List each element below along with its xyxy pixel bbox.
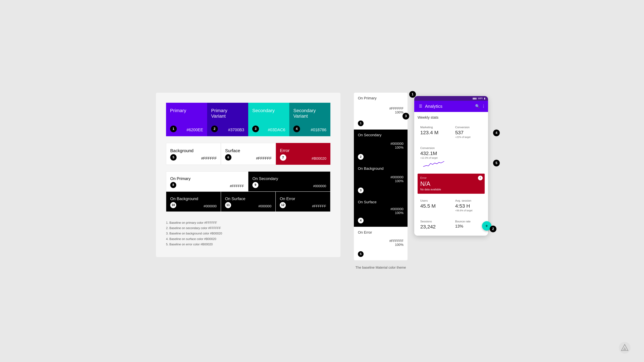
background-hex: #FFFFFF (201, 156, 217, 161)
color-ref-on-error-pct: 100% (390, 243, 404, 247)
sessions-stat: Sessions 23,242 (418, 217, 450, 232)
left-panel: Primary 1 #6200EE Primary Variant 2 #370… (156, 93, 340, 257)
swatch-number-2: 2 (211, 125, 218, 132)
on-color-row2: On Background 10 #000000 On Surface 11 #… (166, 192, 330, 212)
marketing-label: Marketing (420, 126, 447, 129)
wifi-icon: WiFi (478, 97, 483, 100)
color-ref-on-surface-hex: #000000 (390, 207, 404, 211)
menu-icon[interactable]: ☰ (419, 104, 422, 108)
on-background-hex: #000000 (204, 204, 217, 208)
annotation-3-wrapper: 3 (402, 113, 409, 119)
on-primary-swatch: On Primary 8 #FFFFFF (166, 171, 248, 192)
secondary-variant-label2: Variant (293, 113, 326, 119)
error-stat-label: Error (420, 176, 482, 180)
bouncerate-stat: Bounce rate 13% (452, 217, 485, 232)
secondary-swatch: Secondary 3 #03DAC6 (248, 103, 289, 136)
error-label: Error (280, 148, 326, 153)
surface-label: Surface (225, 148, 272, 153)
logo (619, 342, 630, 354)
swatch-number-12: 12 (280, 202, 286, 208)
primary-variant-label2: Variant (211, 113, 244, 119)
swatch-number-7: 7 (280, 154, 286, 161)
color-ref-on-surface-label: On Surface (358, 200, 376, 204)
swatch-number-1: 1 (170, 125, 177, 132)
annotation-1: 1 (409, 91, 416, 98)
annotation-4-wrapper: 4 (493, 130, 500, 136)
avgsession-value: 4:53 H (455, 203, 482, 209)
conversion2-label: Conversion (420, 146, 447, 150)
error-stat-value: N/A (420, 180, 482, 187)
swatch-number-10: 10 (170, 202, 176, 208)
avgsession-stat: Avg. session 4:53 H +56.6% of target (452, 196, 485, 215)
footer-note-1: 1. Baseline on primary color #FFFFFF (166, 220, 330, 225)
on-color-row1: On Primary 8 #FFFFFF On Secondary 9 #000… (166, 171, 330, 192)
footer-note-5: 5. Baseline on error color #B00020 (166, 242, 330, 247)
color-ref-on-primary-pct: 100% (390, 110, 404, 114)
error-swatch: Error 7 #B00020 (276, 143, 330, 165)
color-ref-on-background-number: 3 (358, 188, 364, 193)
color-ref-on-primary-number: 1 (358, 120, 364, 126)
signal-icon: ▮▮▮ (472, 97, 477, 100)
phone-toolbar: ☰ Analytics 🔍 ⋮ (414, 101, 488, 112)
on-background-label: On Background (170, 196, 217, 201)
color-ref-on-surface-number: 4 (358, 218, 364, 223)
swatch-number-5: 5 (170, 154, 176, 161)
error-badge: ! (478, 176, 483, 180)
background-label: Background (170, 148, 217, 153)
secondary-variant-swatch: Secondary Variant 4 #018786 (289, 103, 330, 136)
marketing-value: 123.4 M (420, 130, 447, 135)
mid-swatch-row: Background 5 #FFFFFF Surface 6 #FFFFFF E… (166, 143, 330, 165)
footer-notes: 1. Baseline on primary color #FFFFFF 2. … (166, 220, 330, 247)
color-ref-on-secondary-label: On Secondary (358, 133, 382, 137)
footer-note-3: 3. Baseline on background color #B00020 (166, 231, 330, 236)
annotation-4: 4 (493, 130, 500, 136)
conversion-value: 537 (455, 130, 482, 135)
primary-swatch: Primary 1 #6200EE (166, 103, 207, 136)
color-ref-on-error: On Error #FFFFFF 100% 5 (354, 227, 408, 260)
swatch-number-4: 4 (293, 125, 300, 132)
primary-label: Primary (170, 108, 203, 113)
annotation-2: 2 (490, 226, 496, 232)
users-label: Users (420, 199, 447, 202)
phone-title: Analytics (425, 104, 473, 109)
color-ref-on-error-number: 5 (358, 251, 364, 257)
swatch-number-11: 11 (225, 202, 231, 208)
swatch-number-9: 9 (252, 182, 258, 188)
color-ref-on-primary: On Primary #FFFFFF 100% 1 (354, 93, 408, 130)
avgsession-sub: +56.6% of target (455, 209, 482, 212)
sessions-label: Sessions (420, 220, 447, 223)
color-ref-column: On Primary #FFFFFF 100% 1 On (354, 93, 408, 260)
phone-mockup: ▮▮▮ WiFi ▮ ☰ Analytics 🔍 ⋮ Weekly stats (414, 96, 488, 236)
conversion2-value: 432.1M (420, 150, 447, 156)
primary-hex: #6200EE (186, 128, 203, 132)
marketing-stat: Marketing 123.4 M (418, 123, 450, 141)
phone-status-bar: ▮▮▮ WiFi ▮ (414, 96, 488, 101)
secondary-hex: #03DAC6 (268, 128, 285, 132)
conversion2-stat: Conversion 432.1M +12.3% of target (418, 144, 450, 171)
primary-variant-label: Primary (211, 108, 244, 113)
sessions-value: 23,242 (420, 224, 447, 230)
battery-icon: ▮ (484, 97, 485, 100)
color-ref-on-error-hex: #FFFFFF (390, 239, 404, 243)
color-ref-on-surface-pct: 100% (390, 211, 404, 215)
swatch-number-3: 3 (252, 125, 259, 132)
on-error-swatch: On Error 12 #FFFFFF (276, 192, 330, 212)
footer-note-2: 2. Baseline on secondary color #FFFFFF (166, 225, 330, 231)
color-ref-on-background-hex: #000000 (390, 175, 404, 179)
color-ref-on-primary-hex: #FFFFFF (390, 107, 404, 110)
search-icon[interactable]: 🔍 (475, 104, 480, 108)
color-ref-on-secondary-hex: #000000 (390, 142, 404, 146)
primary-variant-hex: #3700B3 (228, 128, 244, 132)
surface-hex: #FFFFFF (256, 156, 272, 161)
annotation-5-wrapper: 5 (493, 160, 500, 166)
color-ref-on-surface: On Surface #000000 100% 4 (354, 197, 408, 227)
bouncerate-value: 13% (455, 224, 482, 229)
right-panel: On Primary #FFFFFF 100% 1 On (354, 93, 488, 270)
primary-swatch-row: Primary 1 #6200EE Primary Variant 2 #370… (166, 103, 330, 136)
footer-note-4: 4. Baseline on surface color #B00020 (166, 236, 330, 242)
on-surface-label: On Surface (225, 196, 272, 201)
more-icon[interactable]: ⋮ (482, 104, 485, 108)
color-ref-on-background: On Background #000000 100% 3 (354, 163, 408, 197)
secondary-variant-hex: #018786 (311, 128, 326, 132)
avgsession-label: Avg. session (455, 199, 482, 202)
